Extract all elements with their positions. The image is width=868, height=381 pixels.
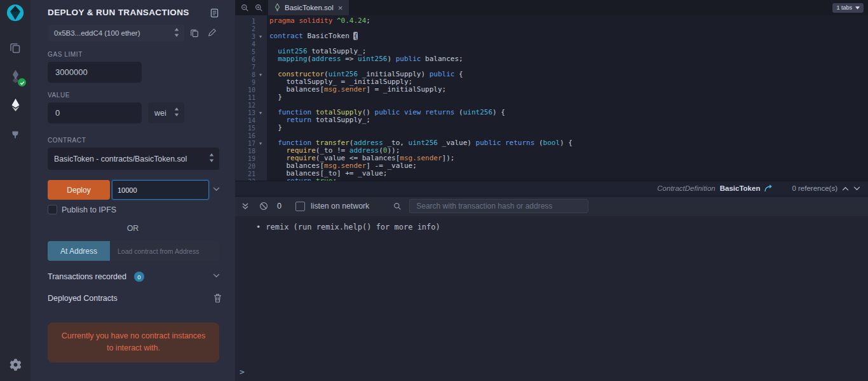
tabs-count-label: 1 tabs	[836, 4, 852, 11]
code-editor[interactable]: 123▾45678▾910111213▾14151617▾18192021222…	[235, 15, 868, 181]
expand-constructor-args-icon[interactable]	[213, 187, 220, 191]
remix-ide: DEPLOY & RUN TRANSACTIONS 0x5B3...eddC4 …	[0, 0, 868, 381]
ast-node-name: BasicToken	[720, 184, 761, 192]
next-reference-icon[interactable]	[853, 186, 860, 191]
terminal-prompt[interactable]: >	[240, 367, 245, 377]
gutter-line[interactable]: 13▾	[235, 109, 267, 116]
gutter-line[interactable]: 16	[235, 132, 267, 139]
code-line[interactable]: balances[msg.sender] = _initialSupply;	[267, 86, 868, 94]
expand-terminal-icon[interactable]	[241, 202, 249, 210]
stepper-icon	[209, 153, 214, 164]
stepper-icon	[174, 28, 179, 38]
rail-items	[8, 40, 23, 141]
copy-account-icon[interactable]	[190, 28, 199, 38]
listen-network-label: listen on network	[311, 202, 369, 211]
value-unit-select[interactable]: wei	[148, 102, 184, 123]
gutter-line[interactable]: 2	[235, 25, 267, 32]
transactions-expand-icon[interactable]	[213, 274, 220, 278]
editor-tabbar: BasicToken.sol × 1 tabs	[235, 0, 868, 15]
publish-ipfs-label: Publish to IPFS	[62, 205, 116, 214]
code-line[interactable]: return totalSupply_;	[267, 116, 868, 124]
gutter-line[interactable]: 18	[235, 147, 267, 155]
editor-terminal-area: BasicToken.sol × 1 tabs 123▾45678▾910111…	[235, 0, 868, 381]
code-line[interactable]: pragma solidity ^0.4.24;	[267, 17, 868, 25]
publish-ipfs-checkbox[interactable]	[48, 205, 57, 214]
panel-title: DEPLOY & RUN TRANSACTIONS	[48, 8, 189, 17]
gutter-line[interactable]: 14	[235, 116, 267, 124]
terminal-search-input[interactable]	[409, 199, 588, 213]
account-value: 0x5B3...eddC4 (100 ether)	[54, 29, 140, 37]
terminal-welcome-line: • remix (run remix.help() for more info)	[235, 216, 868, 232]
remix-logo-icon[interactable]	[6, 3, 25, 25]
value-unit: wei	[154, 109, 166, 118]
gutter-line[interactable]: 19	[235, 155, 267, 162]
or-divider: OR	[31, 224, 235, 233]
settings-gear-icon[interactable]	[10, 359, 22, 373]
code-line[interactable]: }	[267, 124, 868, 132]
terminal-toolbar: 0 listen on network	[235, 196, 868, 216]
references-count: 0 reference(s)	[792, 184, 837, 192]
gutter-line[interactable]: 12	[235, 101, 267, 109]
gutter-line[interactable]: 9	[235, 78, 267, 86]
code-line[interactable]: balances[_to] += _value;	[267, 170, 868, 177]
solidity-file-icon	[275, 3, 280, 12]
no-instances-alert: Currently you have no contract instances…	[48, 322, 219, 363]
solidity-compiler-icon[interactable]	[8, 69, 23, 84]
plugin-manager-icon[interactable]	[8, 126, 23, 141]
contract-select[interactable]: BasicToken - contracts/BasicToken.sol	[48, 148, 219, 170]
goto-definition-icon[interactable]	[764, 184, 773, 192]
contract-label: CONTRACT	[48, 137, 86, 144]
stepper-icon	[174, 107, 179, 118]
deploy-run-icon[interactable]	[8, 97, 23, 113]
gas-limit-input[interactable]	[48, 62, 142, 83]
transactions-recorded-label: Transactions recorded	[48, 272, 126, 281]
zoom-out-icon[interactable]	[241, 4, 249, 12]
code-line[interactable]: contract BasicToken {	[267, 32, 868, 40]
icon-rail	[0, 0, 31, 381]
gutter-line[interactable]: 1	[235, 17, 267, 25]
value-input[interactable]	[48, 102, 142, 123]
contract-selected: BasicToken - contracts/BasicToken.sol	[54, 155, 187, 163]
gutter-line[interactable]: 10	[235, 86, 267, 94]
code-line[interactable]: }	[267, 94, 868, 101]
previous-reference-icon[interactable]	[842, 186, 849, 191]
gutter-line[interactable]: 4	[235, 40, 267, 48]
pending-tx-count: 0	[277, 202, 281, 211]
file-explorer-icon[interactable]	[8, 40, 23, 55]
trash-icon[interactable]	[214, 293, 222, 303]
gutter-line[interactable]: 22	[235, 177, 267, 181]
gutter-line[interactable]: 15	[235, 124, 267, 132]
deploy-argument-input[interactable]	[112, 180, 209, 200]
gutter-line[interactable]: 3▾	[235, 32, 267, 40]
deploy-button[interactable]: Deploy	[48, 180, 110, 200]
line-number-gutter: 123▾45678▾910111213▾14151617▾18192021222…	[235, 15, 267, 181]
tabs-count-badge[interactable]: 1 tabs	[832, 3, 864, 13]
editor-statusbar: ContractDefinition BasicToken 0 referenc…	[235, 181, 868, 196]
docs-icon[interactable]	[210, 8, 219, 18]
code-line[interactable]: return true;	[267, 177, 868, 181]
gutter-line[interactable]: 17▾	[235, 139, 267, 147]
gutter-line[interactable]: 20	[235, 162, 267, 170]
at-address-button[interactable]: At Address	[48, 241, 110, 261]
gutter-line[interactable]: 21	[235, 170, 267, 177]
gutter-line[interactable]: 5	[235, 48, 267, 55]
gutter-line[interactable]: 6	[235, 55, 267, 63]
transactions-count-badge: 0	[134, 272, 144, 282]
account-select[interactable]: 0x5B3...eddC4 (100 ether)	[48, 25, 184, 41]
at-address-input[interactable]	[110, 241, 219, 261]
gutter-line[interactable]: 11	[235, 94, 267, 101]
code-line[interactable]: mapping(address => uint256) public balan…	[267, 55, 868, 63]
edit-account-icon[interactable]	[208, 28, 217, 37]
gutter-line[interactable]: 7	[235, 63, 267, 71]
close-tab-icon[interactable]: ×	[338, 4, 343, 12]
zoom-in-icon[interactable]	[255, 4, 263, 12]
bullet-icon: •	[256, 223, 261, 232]
gutter-line[interactable]: 8▾	[235, 71, 267, 78]
ast-node-type: ContractDefinition	[657, 184, 715, 192]
tab-basictoken[interactable]: BasicToken.sol ×	[268, 0, 349, 15]
listen-network-checkbox[interactable]	[295, 202, 305, 211]
tab-label: BasicToken.sol	[285, 4, 334, 11]
clear-console-icon[interactable]	[259, 202, 268, 211]
terminal-output[interactable]: • remix (run remix.help() for more info)…	[235, 216, 868, 381]
deploy-run-panel: DEPLOY & RUN TRANSACTIONS 0x5B3...eddC4 …	[31, 0, 235, 381]
